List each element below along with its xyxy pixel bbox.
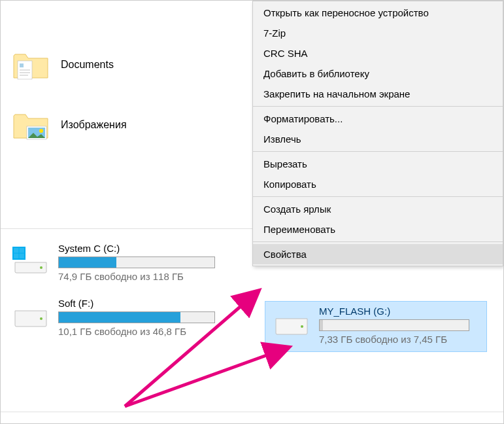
svg-rect-11 [20,248,25,253]
drive-system-c-bar [58,256,215,268]
drive-flash-g-icon [272,306,311,341]
menu-pin-start[interactable]: Закрепить на начальном экране [253,84,503,104]
menu-open-portable[interactable]: Открыть как переносное устройство [253,3,503,23]
section-divider [1,228,256,229]
folders-panel: Documents Изображения [11,40,253,160]
context-menu: Открыть как переносное устройство 7-Zip … [252,1,503,266]
menu-separator-3 [253,196,503,197]
svg-rect-13 [20,254,25,259]
drive-flash-g[interactable]: MY_FLASH (G:) 7,33 ГБ свободно из 7,45 Г… [265,301,487,352]
folder-documents-icon [11,46,50,83]
drive-flash-g-status: 7,33 ГБ свободно из 7,45 ГБ [319,334,480,345]
folder-documents[interactable]: Documents [11,40,253,90]
svg-rect-12 [14,254,19,259]
drive-soft-f-bar [58,311,215,323]
folder-images[interactable]: Изображения [11,100,253,150]
menu-separator-1 [253,106,503,107]
menu-separator-2 [253,151,503,152]
svg-line-17 [125,347,288,406]
drive-system-c-icon [11,243,50,278]
drive-soft-f-icon [11,298,50,333]
svg-point-7 [39,129,43,133]
drive-system-c-status: 74,9 ГБ свободно из 118 ГБ [58,271,241,282]
svg-point-15 [301,325,303,328]
menu-crc-sha[interactable]: CRC SHA [253,43,503,63]
menu-add-library[interactable]: Добавить в библиотеку [253,63,503,84]
drive-soft-f-bar-fill [59,312,180,323]
svg-rect-1 [20,63,24,67]
drive-flash-g-bar-fill [320,320,323,330]
menu-properties[interactable]: Свойства [253,244,503,264]
menu-eject[interactable]: Извлечь [253,129,503,149]
menu-copy[interactable]: Копировать [253,174,503,194]
menu-separator-4 [253,241,503,242]
svg-rect-10 [14,248,19,253]
menu-create-shortcut[interactable]: Создать ярлык [253,199,503,219]
svg-point-14 [40,317,42,320]
drive-soft-f-label: Soft (F:) [58,298,241,309]
svg-point-8 [40,266,42,269]
drive-flash-g-label: MY_FLASH (G:) [319,306,480,317]
folder-images-label: Изображения [61,119,127,131]
window-bottom-frame [1,412,504,423]
menu-format[interactable]: Форматировать... [253,109,503,129]
menu-7zip[interactable]: 7-Zip [253,23,503,43]
drive-system-c-label: System C (C:) [58,243,241,254]
drive-soft-f-body: Soft (F:) 10,1 ГБ свободно из 46,8 ГБ [58,298,241,337]
drive-flash-g-bar [319,319,469,331]
menu-cut[interactable]: Вырезать [253,154,503,174]
menu-rename[interactable]: Переименовать [253,219,503,239]
drive-system-c-body: System C (C:) 74,9 ГБ свободно из 118 ГБ [58,243,241,282]
drive-system-c-bar-fill [59,257,116,268]
drive-soft-f-status: 10,1 ГБ свободно из 46,8 ГБ [58,326,241,337]
folder-documents-label: Documents [61,59,114,71]
drive-flash-g-body: MY_FLASH (G:) 7,33 ГБ свободно из 7,45 Г… [319,306,480,345]
folder-images-icon [11,107,50,143]
